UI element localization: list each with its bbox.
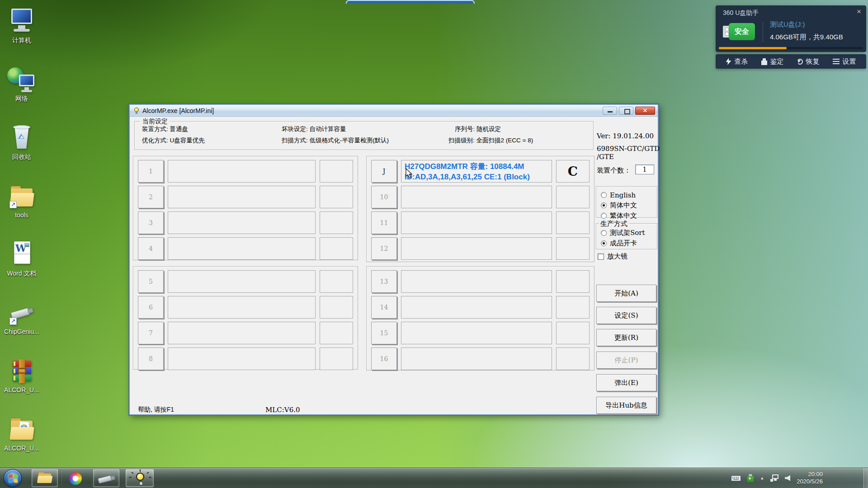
window-titlebar[interactable]: AlcorMP.exe [AlcorMP.ini] <box>130 105 658 117</box>
background-window-top-edge[interactable] <box>346 0 475 4</box>
settings-action-button[interactable]: 设置 <box>833 57 856 66</box>
current-settings-groupbox: 当前设定 装置方式: 普通盘 坏块设定: 自动计算容量 序列号: 随机设定 优化… <box>134 121 594 150</box>
tray-expand-arrow-icon[interactable]: ▲ <box>760 476 764 480</box>
volume-icon[interactable] <box>785 475 790 481</box>
slot-letter-box <box>556 296 590 319</box>
slot-button[interactable]: 8 <box>138 347 164 370</box>
lightning-icon <box>726 58 731 65</box>
radio-icon[interactable] <box>601 192 607 198</box>
radio-icon-checked[interactable] <box>601 240 607 246</box>
slot-button[interactable]: 3 <box>138 211 164 234</box>
desktop-icon-chipgenius[interactable]: ↗ ChipGeniu... <box>1 298 42 348</box>
magnifier-checkbox-row[interactable]: 放大镜 <box>598 252 627 261</box>
mouse-cursor <box>406 168 413 179</box>
radio-icon-checked[interactable] <box>601 202 607 208</box>
slot-status-box <box>168 211 316 234</box>
device-count-input[interactable] <box>635 164 654 174</box>
input-method-keyboard-icon[interactable] <box>731 475 741 481</box>
slot-status-box <box>168 347 316 370</box>
slot-button[interactable]: 6 <box>138 296 164 319</box>
start-button[interactable] <box>4 469 22 487</box>
divider <box>763 22 763 42</box>
taskbar-explorer-button[interactable] <box>32 469 58 487</box>
folder-files-icon <box>7 414 36 443</box>
network-status-icon[interactable] <box>770 474 778 482</box>
restore-icon <box>797 59 803 65</box>
close-button[interactable] <box>635 107 655 115</box>
usb-stick-shortcut-icon: ↗ <box>7 298 36 327</box>
drive-row: 5 <box>138 270 353 293</box>
drive-row: 7 <box>138 322 353 344</box>
safely-remove-usb-icon[interactable] <box>747 474 754 482</box>
drive-row: 6 <box>138 296 353 319</box>
start-button[interactable]: 开始(A) <box>596 285 656 302</box>
popup-toolbar: 查杀 鉴定 恢复 设置 <box>716 54 866 69</box>
drive-row: 12 <box>371 237 590 260</box>
slot-button[interactable]: 13 <box>371 270 397 293</box>
show-desktop-button[interactable] <box>863 468 868 488</box>
slot-button[interactable]: 11 <box>371 211 397 234</box>
desktop-icon-alcor-rar[interactable]: ALCOR_U... <box>1 356 42 407</box>
desktop-icon-computer[interactable]: 计算机 <box>1 6 42 57</box>
slot-letter-box <box>320 160 353 183</box>
taskbar-alcormp-button[interactable] <box>126 469 154 487</box>
drive-name-text: 测试U盘(J:) <box>770 20 805 29</box>
slot-button[interactable]: 2 <box>138 186 164 208</box>
slot-button[interactable]: 16 <box>371 347 397 370</box>
eject-button[interactable]: 弹出(E) <box>596 374 656 391</box>
settings-list-icon <box>833 59 840 64</box>
language-option-simplified[interactable]: 简体中文 <box>601 200 657 211</box>
slot-button[interactable]: 4 <box>138 237 164 260</box>
desktop-icon-word-doc[interactable]: W Word 文档 <box>1 239 42 290</box>
checkbox-icon[interactable] <box>598 253 604 260</box>
slot-button[interactable]: 12 <box>371 237 397 260</box>
production-option-final[interactable]: 成品开卡 <box>601 238 657 249</box>
slot-letter-box <box>556 270 590 293</box>
radio-icon[interactable] <box>601 213 607 219</box>
radio-icon[interactable] <box>601 230 607 236</box>
desktop-icon-network[interactable]: 网络 <box>1 65 42 115</box>
winrar-archive-icon <box>7 356 36 385</box>
slot-button[interactable]: 14 <box>371 296 397 319</box>
slot-button[interactable]: 15 <box>371 322 397 344</box>
drive-row: 13 <box>371 270 590 293</box>
tray-clock[interactable]: 20:00 2020/5/26 <box>797 471 823 485</box>
desktop-icon-label: ALCOR_U... <box>1 386 42 394</box>
popup-close-icon[interactable]: × <box>857 7 861 16</box>
drive-row: 2 <box>138 186 353 208</box>
desktop-icon-alcor-folder[interactable]: ALCOR_U... <box>1 414 42 465</box>
360-usb-assistant-popup: 360 U盘助手 × 安全 测试U盘(J:) 4.06GB可用，共9.40GB … <box>716 5 866 69</box>
refresh-button[interactable]: 更新(R) <box>596 329 656 346</box>
drive-row: 1 <box>138 160 353 183</box>
production-option-sort[interactable]: 测试架Sort <box>601 228 657 238</box>
slot-button[interactable]: 1 <box>138 160 164 183</box>
settings-button[interactable]: 设定(S) <box>596 307 656 324</box>
restore-action-button[interactable]: 恢复 <box>797 57 820 66</box>
setting-optimize: 优化方式: U盘容量优先 <box>142 136 205 145</box>
slot-button[interactable]: 5 <box>138 270 164 293</box>
alcormp-window: AlcorMP.exe [AlcorMP.ini] 当前设定 装置方式: 普通盘… <box>129 104 659 415</box>
slot-button[interactable]: J <box>371 160 397 183</box>
slot-letter-box <box>320 322 353 344</box>
language-option-english[interactable]: English <box>601 190 657 200</box>
statusbar-help-text: 帮助, 请按F1 <box>138 406 174 414</box>
slot-status-box <box>401 322 552 344</box>
taskbar-usb-tool-button[interactable] <box>93 469 119 487</box>
slot-button[interactable]: 7 <box>138 322 164 344</box>
drive-row: 8 <box>138 347 353 370</box>
scan-action-button[interactable]: 查杀 <box>726 57 748 66</box>
desktop-icon-recycle-bin[interactable]: 回收站 <box>1 123 42 174</box>
setting-serial: 序列号: 随机设定 <box>455 125 501 133</box>
desktop-icon-tools[interactable]: ↗ tools <box>1 181 42 232</box>
computer-icon <box>7 6 36 35</box>
drive-slot-group-3: J H27QDG8M2MTR 容量: 10884.4M ID:AD,3A,18,… <box>366 156 594 262</box>
maximize-button[interactable] <box>619 107 633 115</box>
slot-button[interactable]: 10 <box>371 186 397 208</box>
desktop-icon-label: tools <box>1 211 42 219</box>
network-icon <box>7 65 36 94</box>
export-hub-button[interactable]: 导出Hub信息 <box>596 397 656 414</box>
slot-letter-box <box>556 186 590 208</box>
minimize-button[interactable] <box>603 107 617 115</box>
identify-action-button[interactable]: 鉴定 <box>761 57 784 66</box>
taskbar-browser-button[interactable] <box>64 469 88 487</box>
